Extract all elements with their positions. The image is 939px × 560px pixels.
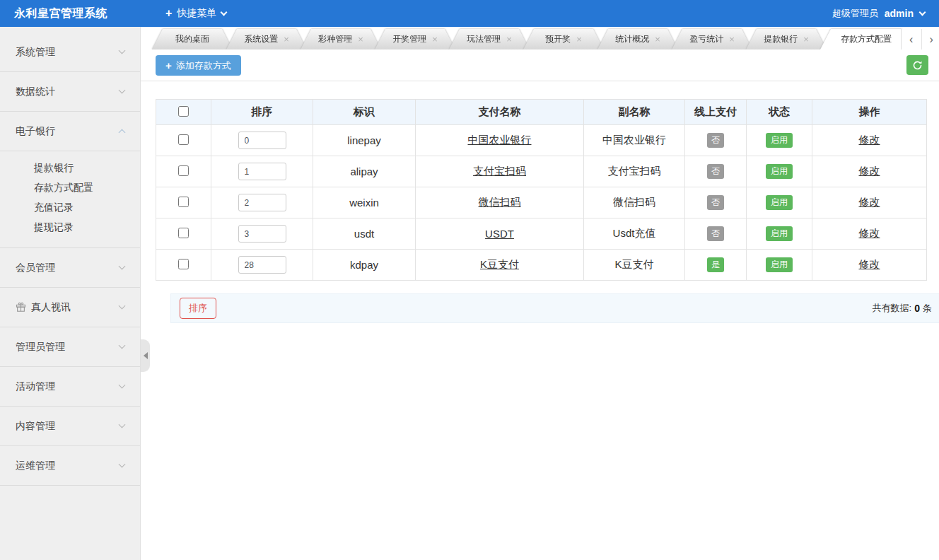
header-checkbox-cell <box>156 100 211 125</box>
tab-my-desktop[interactable]: 我的桌面 <box>152 29 233 49</box>
status-badge[interactable]: 启用 <box>766 195 793 209</box>
user-menu[interactable]: 超级管理员 admin <box>832 7 939 20</box>
sort-input[interactable] <box>238 256 286 274</box>
select-all-checkbox[interactable] <box>178 106 189 117</box>
e-bank-submenu: 提款银行 存款方式配置 充值记录 提现记录 <box>0 151 140 248</box>
sidebar-subitem-recharge-records[interactable]: 充值记录 <box>0 198 140 218</box>
sidebar-item-system-manage[interactable]: 系统管理 <box>0 27 140 72</box>
tab-strip: 我的桌面 系统设置 × 彩种管理 × 开奖管理 × 玩法管理 × 预开奖 × <box>141 27 939 49</box>
edit-link[interactable]: 修改 <box>859 165 880 177</box>
tab-label: 我的桌面 <box>175 33 209 45</box>
close-icon[interactable]: × <box>803 35 809 44</box>
tab-draw-manage[interactable]: 开奖管理 × <box>375 29 455 49</box>
cell-code: alipay <box>313 156 416 187</box>
online-pay-badge[interactable]: 否 <box>707 133 724 147</box>
user-role: 超级管理员 <box>832 7 878 20</box>
app-title: 永利皇宫管理系统 <box>0 6 122 21</box>
sidebar-item-ops-manage[interactable]: 运维管理 <box>0 446 140 486</box>
sidebar-subitem-withdraw-bank[interactable]: 提款银行 <box>0 158 140 178</box>
edit-link[interactable]: 修改 <box>859 196 880 208</box>
cell-sub-name: 支付宝扫码 <box>584 156 685 187</box>
sort-input[interactable] <box>238 163 286 180</box>
status-badge[interactable]: 启用 <box>766 133 793 147</box>
cell-sub-name: 中国农业银行 <box>584 125 685 156</box>
row-checkbox[interactable] <box>178 228 189 238</box>
tab-deposit-config[interactable]: 存款方式配置 <box>820 29 912 49</box>
close-icon[interactable]: × <box>729 35 735 44</box>
tab-label: 彩种管理 <box>318 33 352 45</box>
pay-name-link[interactable]: 支付宝扫码 <box>473 165 526 177</box>
status-badge[interactable]: 启用 <box>766 257 793 272</box>
close-icon[interactable]: × <box>358 35 363 44</box>
edit-link[interactable]: 修改 <box>859 227 880 239</box>
row-checkbox[interactable] <box>178 259 189 269</box>
sidebar-subitem-deposit-config[interactable]: 存款方式配置 <box>0 178 140 198</box>
refresh-button[interactable] <box>906 55 928 75</box>
quick-menu-button[interactable]: + 快捷菜单 <box>165 7 226 20</box>
subitem-label: 存款方式配置 <box>34 182 93 194</box>
edit-link[interactable]: 修改 <box>859 134 880 146</box>
edit-link[interactable]: 修改 <box>859 258 880 270</box>
online-pay-badge[interactable]: 否 <box>707 226 724 240</box>
cell-code: usdt <box>313 218 416 250</box>
pay-name-link[interactable]: 中国农业银行 <box>468 134 532 146</box>
header-code: 标识 <box>313 100 416 125</box>
sidebar-subitem-withdraw-records[interactable]: 提现记录 <box>0 218 140 238</box>
row-checkbox[interactable] <box>178 134 189 145</box>
tab-label: 预开奖 <box>545 33 571 45</box>
online-pay-badge[interactable]: 否 <box>707 164 724 178</box>
sidebar-item-label: 真人视讯 <box>31 301 71 314</box>
tab-profit-stats[interactable]: 盈亏统计 × <box>672 29 752 49</box>
sort-button[interactable]: 排序 <box>180 298 216 319</box>
sort-input[interactable] <box>238 225 286 243</box>
cell-code: kdpay <box>313 250 416 281</box>
total-count: 共有数据: 0 条 <box>873 302 932 315</box>
sidebar-collapse-handle[interactable] <box>141 339 150 372</box>
tab-pre-draw[interactable]: 预开奖 × <box>523 29 604 49</box>
online-pay-badge[interactable]: 否 <box>707 195 724 209</box>
pay-name-link[interactable]: USDT <box>485 228 514 240</box>
sidebar: 系统管理 数据统计 电子银行 提款银行 存款方式配置 充值记录 提现记录 <box>0 27 141 560</box>
close-icon[interactable]: × <box>432 35 438 44</box>
tab-scroll-left-icon[interactable]: ‹ <box>902 29 921 49</box>
pay-name-link[interactable]: 微信扫码 <box>479 196 521 208</box>
table-row: alipay 支付宝扫码 支付宝扫码 否 启用 修改 <box>156 156 927 187</box>
top-bar: 永利皇宫管理系统 + 快捷菜单 超级管理员 admin <box>0 0 939 27</box>
status-badge[interactable]: 启用 <box>766 226 793 240</box>
close-icon[interactable]: × <box>576 35 582 44</box>
close-icon[interactable]: × <box>655 35 660 44</box>
sidebar-item-data-stats[interactable]: 数据统计 <box>0 72 140 112</box>
cell-sub-name: K豆支付 <box>584 250 685 281</box>
add-deposit-method-button[interactable]: + 添加存款方式 <box>156 55 241 76</box>
sidebar-item-content-manage[interactable]: 内容管理 <box>0 407 140 446</box>
sidebar-item-e-bank[interactable]: 电子银行 <box>0 112 140 151</box>
total-count-value: 0 <box>914 303 920 314</box>
row-checkbox[interactable] <box>178 165 189 176</box>
row-checkbox[interactable] <box>178 197 189 207</box>
sidebar-item-admin-manage[interactable]: 管理员管理 <box>0 327 140 367</box>
pay-name-link[interactable]: K豆支付 <box>480 258 519 270</box>
status-badge[interactable]: 启用 <box>766 164 793 178</box>
tab-label: 玩法管理 <box>467 33 501 45</box>
tab-withdraw-bank[interactable]: 提款银行 × <box>746 29 827 49</box>
tab-lottery-manage[interactable]: 彩种管理 × <box>301 29 381 49</box>
add-button-label: 添加存款方式 <box>176 59 231 72</box>
tab-label: 提款银行 <box>764 33 798 45</box>
sidebar-item-label: 系统管理 <box>16 46 119 59</box>
tab-play-manage[interactable]: 玩法管理 × <box>449 29 530 49</box>
sidebar-item-activity-manage[interactable]: 活动管理 <box>0 367 140 407</box>
sidebar-item-live-video[interactable]: 真人视讯 <box>0 288 140 327</box>
online-pay-badge[interactable]: 是 <box>707 257 724 272</box>
cell-sub-name: Usdt充值 <box>584 218 685 250</box>
tab-stats-overview[interactable]: 统计概况 × <box>597 29 678 49</box>
close-icon[interactable]: × <box>284 35 289 44</box>
sort-input[interactable] <box>238 132 286 149</box>
deposit-methods-table: 排序 标识 支付名称 副名称 线上支付 状态 操作 linepay 中国农业 <box>156 99 927 281</box>
plus-icon: + <box>165 59 172 71</box>
tab-scroll-right-icon[interactable]: › <box>921 29 939 49</box>
sort-input[interactable] <box>238 194 286 211</box>
tab-system-settings[interactable]: 系统设置 × <box>226 29 307 49</box>
subitem-label: 提款银行 <box>34 162 74 175</box>
sidebar-item-member-manage[interactable]: 会员管理 <box>0 248 140 288</box>
close-icon[interactable]: × <box>506 35 512 44</box>
